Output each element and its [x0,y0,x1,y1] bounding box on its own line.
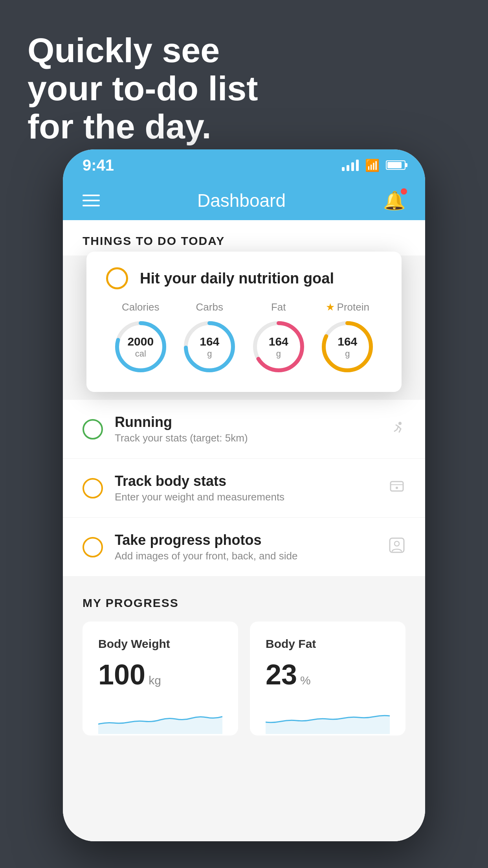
status-icons: 📶 [342,158,405,172]
carbs-circle: 164 g [180,317,239,376]
body-fat-value: 23 % [266,658,390,691]
svg-rect-12 [390,538,404,552]
todo-item-body-stats[interactable]: Track body stats Enter your weight and m… [63,459,425,518]
stat-calories: Calories 2000 cal [111,301,170,376]
fat-circle: 164 g [249,317,308,376]
status-bar: 9:41 📶 [63,149,425,181]
todo-name-running: Running [115,414,376,430]
body-fat-sparkline [266,702,390,734]
todo-text-progress-photos: Take progress photos Add images of your … [115,532,376,562]
svg-rect-9 [391,482,403,491]
wifi-icon: 📶 [365,158,380,172]
things-to-do-header: THINGS TO DO TODAY [63,220,425,256]
todo-text-running: Running Track your stats (target: 5km) [115,414,376,444]
notification-bell[interactable]: 🔔 [383,190,405,211]
body-weight-number: 100 [98,658,145,691]
todo-desc-body-stats: Enter your weight and measurements [115,491,376,503]
nav-title: Dashboard [197,190,286,211]
person-icon [388,537,405,558]
calories-label: Calories [122,301,159,313]
todo-item-running[interactable]: Running Track your stats (target: 5km) [63,400,425,459]
body-fat-number: 23 [266,658,297,691]
nutrition-title: Hit your daily nutrition goal [140,270,334,287]
running-icon [388,419,405,440]
my-progress-section: MY PROGRESS Body Weight 100 kg Bod [63,577,425,747]
nutrition-card-header: Hit your daily nutrition goal [106,267,382,289]
todo-text-body-stats: Track body stats Enter your weight and m… [115,473,376,503]
todo-list: Running Track your stats (target: 5km) T… [63,400,425,577]
headline: Quickly see your to-do list for the day. [28,31,258,145]
body-weight-title: Body Weight [98,637,222,651]
todo-desc-progress-photos: Add images of your front, back, and side [115,550,376,562]
nutrition-card[interactable]: Hit your daily nutrition goal Calories 2… [86,252,402,392]
todo-circle-running [83,419,103,440]
body-weight-value: 100 kg [98,658,222,691]
progress-section-title: MY PROGRESS [83,596,405,610]
calories-circle: 2000 cal [111,317,170,376]
todo-item-progress-photos[interactable]: Take progress photos Add images of your … [63,518,425,577]
stat-protein: ★ Protein 164 g [318,301,377,376]
todo-circle-progress-photos [83,537,103,557]
body-fat-title: Body Fat [266,637,390,651]
fat-label: Fat [271,301,286,313]
todo-circle-body-stats [83,478,103,498]
body-weight-card[interactable]: Body Weight 100 kg [83,622,238,736]
stat-carbs: Carbs 164 g [180,301,239,376]
todo-name-body-stats: Track body stats [115,473,376,489]
svg-point-11 [396,487,398,489]
hamburger-menu[interactable] [83,195,100,206]
todo-desc-running: Track your stats (target: 5km) [115,432,376,444]
body-weight-unit: kg [149,674,161,687]
protein-circle: 164 g [318,317,377,376]
todo-name-progress-photos: Take progress photos [115,532,376,548]
section-title-things-to-do: THINGS TO DO TODAY [83,234,405,248]
body-fat-unit: % [300,674,311,687]
phone-content: THINGS TO DO TODAY Hit your daily nutrit… [63,220,425,841]
body-fat-card[interactable]: Body Fat 23 % [250,622,405,736]
carbs-label: Carbs [196,301,223,313]
phone-mockup: 9:41 📶 Dashboard 🔔 THINGS TO DO TODAY [63,149,425,841]
nutrition-stats: Calories 2000 cal Carbs [106,301,382,376]
scale-icon [388,478,405,499]
body-weight-sparkline [98,702,222,734]
star-icon: ★ [326,301,335,313]
svg-point-13 [394,541,399,546]
nav-bar: Dashboard 🔔 [63,181,425,220]
signal-icon [342,159,359,171]
status-time: 9:41 [83,156,114,174]
notification-dot [401,188,407,195]
svg-point-8 [398,422,402,425]
stat-fat: Fat 164 g [249,301,308,376]
progress-cards: Body Weight 100 kg Body Fat 23 % [83,622,405,736]
battery-icon [386,160,405,170]
protein-label: ★ Protein [326,301,369,313]
nutrition-check-circle [106,267,128,289]
